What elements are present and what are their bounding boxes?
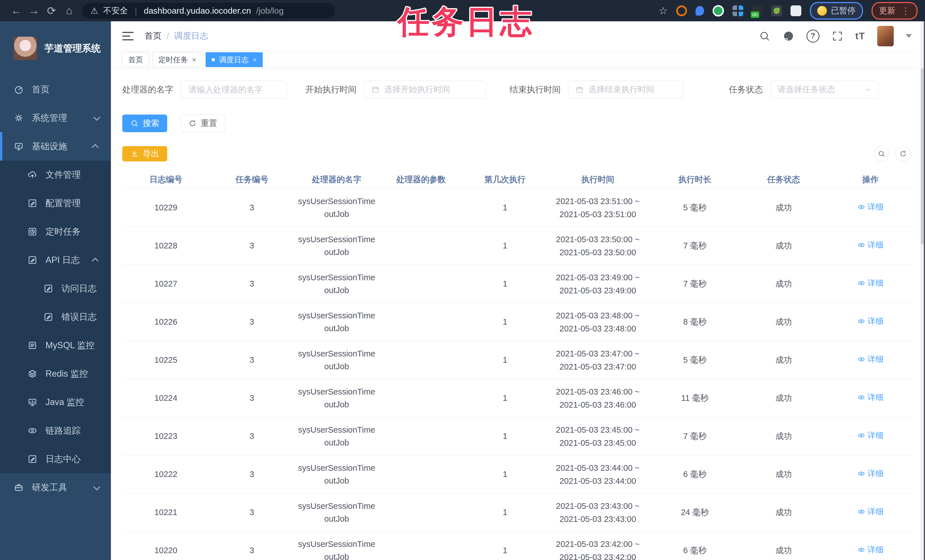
bookmark-star-icon[interactable]: ☆ — [658, 5, 668, 17]
cell-status: 成功 — [741, 379, 826, 417]
status-label: 任务状态 — [729, 84, 763, 95]
cell-exec-time: 2021-05-03 23:47:00 ~ 2021-05-03 23:47:0… — [547, 341, 649, 379]
sidebar-item-access-log[interactable]: 访问日志 — [0, 274, 111, 303]
cell-actions: 详细 — [826, 341, 915, 379]
table-row: 10227 3 sysUserSessionTimeoutJob 1 2021-… — [122, 265, 915, 303]
start-time-label: 开始执行时间 — [306, 84, 357, 95]
col-actions: 操作 — [826, 171, 915, 189]
cell-task-id: 3 — [209, 494, 294, 531]
detail-link[interactable]: 详细 — [857, 391, 883, 403]
detail-link[interactable]: 详细 — [857, 543, 883, 556]
breadcrumb-home[interactable]: 首页 — [145, 30, 161, 42]
address-bar[interactable]: ⚠ 不安全 | dashboard.yudao.iocoder.cn/job/l… — [82, 3, 335, 19]
reset-button[interactable]: 重置 — [180, 114, 225, 132]
home-icon[interactable]: ⌂ — [60, 5, 78, 17]
sidebar-item-system[interactable]: 系统管理 — [0, 104, 111, 132]
sidebar-item-home[interactable]: 首页 — [0, 75, 111, 104]
end-time-placeholder: 选择结束执行时间 — [588, 84, 654, 95]
cell-task-id: 3 — [209, 227, 294, 265]
status-select[interactable]: 请选择任务状态 — [770, 81, 878, 98]
extensions-puzzle-icon[interactable] — [791, 5, 801, 16]
toggle-search-button[interactable] — [874, 146, 889, 161]
back-icon[interactable]: ← — [8, 5, 25, 17]
app-logo-row[interactable]: 芋道管理系统 — [0, 21, 111, 75]
search-button[interactable]: 搜索 — [122, 114, 167, 132]
export-button[interactable]: 导出 — [122, 146, 167, 161]
extension-icon[interactable] — [713, 5, 724, 17]
close-icon[interactable]: × — [192, 56, 196, 64]
detail-link[interactable]: 详细 — [857, 353, 883, 365]
forward-icon[interactable]: → — [25, 5, 43, 17]
detail-link[interactable]: 详细 — [857, 506, 883, 518]
close-icon[interactable]: × — [253, 56, 257, 64]
cell-duration: 24 毫秒 — [649, 494, 741, 531]
sidebar-item-file-management[interactable]: 文件管理 — [0, 161, 111, 189]
sidebar-item-redis-monitor[interactable]: Redis 监控 — [0, 360, 111, 388]
refresh-icon — [188, 119, 197, 128]
extension-icon[interactable] — [752, 5, 762, 16]
sidebar-item-log-center[interactable]: 日志中心 — [0, 445, 111, 473]
extension-icon[interactable] — [732, 5, 743, 16]
annotation-title: 任务日志 — [398, 1, 534, 44]
cell-actions: 详细 — [826, 379, 915, 417]
tab-scheduled-jobs[interactable]: 定时任务 × — [152, 52, 202, 67]
cell-handler-param — [379, 379, 463, 417]
paused-label: 已暂停 — [831, 5, 856, 17]
eye-icon — [27, 426, 38, 436]
profile-paused-badge[interactable]: 已暂停 — [810, 2, 863, 20]
search-icon[interactable] — [759, 30, 771, 42]
cell-exec-count: 1 — [463, 494, 547, 531]
browser-menu-icon[interactable]: ⋮ — [901, 5, 910, 16]
extension-icon[interactable] — [696, 6, 704, 16]
detail-link[interactable]: 详细 — [857, 239, 883, 251]
tab-home[interactable]: 首页 — [122, 52, 149, 67]
cell-log-id: 10225 — [122, 341, 209, 379]
table-row: 10225 3 sysUserSessionTimeoutJob 1 2021-… — [122, 341, 915, 379]
scrollbar-thumb[interactable] — [921, 68, 923, 244]
app-frame: 芋道管理系统 首页 系统管理 基础设施 文件管理 配置 — [0, 21, 925, 560]
help-icon[interactable]: ? — [806, 30, 820, 43]
detail-link[interactable]: 详细 — [857, 315, 883, 327]
reload-icon[interactable]: ⟳ — [43, 5, 60, 17]
warning-icon: ⚠ — [90, 6, 98, 16]
cell-exec-time: 2021-05-03 23:44:00 ~ 2021-05-03 23:44:0… — [547, 455, 649, 494]
end-time-input[interactable]: 选择结束执行时间 — [568, 81, 683, 98]
app-title: 芋道管理系统 — [44, 42, 101, 55]
sidebar-item-mysql-monitor[interactable]: MySQL 监控 — [0, 331, 111, 360]
cell-handler-param — [379, 417, 463, 455]
sidebar-item-api-log[interactable]: API 日志 — [0, 246, 111, 274]
cell-handler-param — [379, 265, 463, 303]
cell-log-id: 10220 — [122, 531, 209, 560]
github-icon[interactable] — [783, 30, 794, 42]
menu-icon[interactable] — [122, 32, 134, 41]
avatar[interactable] — [877, 26, 894, 46]
sidebar-item-config-management[interactable]: 配置管理 — [0, 189, 111, 217]
sidebar-item-scheduled-jobs[interactable]: 定时任务 — [0, 217, 111, 246]
chevron-down-icon[interactable] — [905, 34, 912, 38]
detail-link[interactable]: 详细 — [857, 429, 883, 441]
sidebar-item-java-monitor[interactable]: Java 监控 — [0, 388, 111, 417]
refresh-table-button[interactable] — [895, 146, 911, 161]
page-content: 处理器的名字 开始执行时间 选择开始执行时间 结束执行时间 — [111, 69, 925, 560]
detail-link[interactable]: 详细 — [857, 277, 883, 289]
tab-job-log[interactable]: 调度日志 × — [206, 52, 263, 67]
cell-task-id: 3 — [209, 531, 294, 560]
sidebar-item-error-log[interactable]: 错误日志 — [0, 303, 111, 331]
detail-link[interactable]: 详细 — [857, 201, 883, 213]
text-size-icon[interactable]: tT — [855, 31, 865, 42]
fullscreen-icon[interactable] — [832, 30, 844, 42]
table-row: 10229 3 sysUserSessionTimeoutJob 1 2021-… — [122, 189, 915, 227]
sidebar-item-infrastructure[interactable]: 基础设施 — [0, 132, 111, 161]
search-icon — [878, 150, 886, 158]
sidebar-item-dev-tools[interactable]: 研发工具 — [0, 473, 111, 502]
detail-link[interactable]: 详细 — [857, 467, 883, 480]
handler-input[interactable] — [188, 81, 280, 98]
browser-update-button[interactable]: 更新 ⋮ — [872, 2, 917, 20]
cell-exec-count: 1 — [463, 341, 547, 379]
extension-icon[interactable] — [771, 5, 782, 16]
start-time-input[interactable]: 选择开始执行时间 — [364, 81, 486, 98]
extension-icon[interactable] — [676, 5, 687, 16]
sidebar-item-tracing[interactable]: 链路追踪 — [0, 417, 111, 445]
status-placeholder: 请选择任务状态 — [777, 84, 835, 95]
table-row: 10220 3 sysUserSessionTimeoutJob 1 2021-… — [122, 531, 915, 560]
